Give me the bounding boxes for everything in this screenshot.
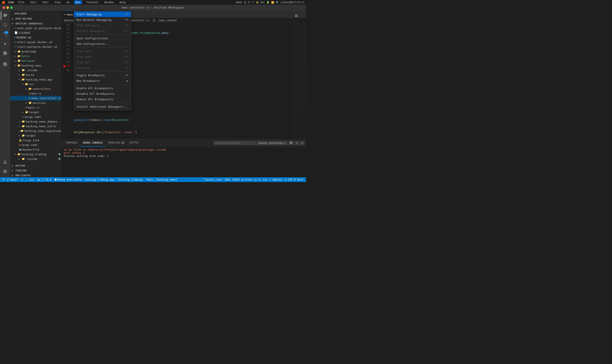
activity-extensions[interactable] (1, 49, 9, 57)
ln-col-status[interactable]: Ln 9, Col 2 (253, 177, 271, 182)
menu-enable-all-breakpoints[interactable]: Enable All Breakpoints (74, 85, 131, 91)
terminal-list-button[interactable] (288, 141, 294, 145)
menu-file[interactable]: File (17, 0, 26, 4)
folder-controllers[interactable]: ▼ 📂 controllers (10, 86, 61, 91)
menu-run[interactable]: Run (74, 0, 82, 4)
folder-icon: 📁 (25, 111, 28, 114)
menu-terminal[interactable]: Terminal (85, 0, 100, 4)
folder-vscode2[interactable]: ▶ 📁 .vscode (10, 156, 61, 161)
npm-scripts-title[interactable]: ▶ NPM SCRIPTS (10, 173, 61, 177)
terminal-tab[interactable]: TERMINAL (63, 139, 80, 147)
file-cargo-toml-app[interactable]: ⚙ Cargo.toml (10, 115, 61, 119)
folder-hello[interactable]: ▶ 📂 hello (10, 54, 61, 58)
menu-selection[interactable]: Edit (41, 0, 50, 4)
split-editor-button[interactable] (294, 13, 299, 18)
folder-vscode[interactable]: ▶ 📁 .vscode (10, 68, 61, 72)
menu-install-debuggers[interactable]: Install Additional Debuggers... (74, 104, 131, 109)
git-branch-status[interactable]: ⎇ main* (2, 177, 19, 182)
close-button[interactable] (2, 6, 5, 9)
rust-status[interactable]: Rust: [hacking_news] (146, 177, 178, 182)
problems-tab[interactable]: PROBLEMS 2 (106, 139, 127, 147)
file-icon: ⚙ (29, 92, 30, 95)
more-tabs-button[interactable]: ⋯ (300, 13, 304, 18)
menu-new-breakpoint[interactable]: New Breakpoint ▶ (74, 78, 131, 83)
file-exec-psql[interactable]: ⬡ exec-psql-in-postgres-docker.sh (10, 26, 61, 30)
folder-greetings[interactable]: ▶ 📁 greetings (10, 49, 61, 54)
activity-remote[interactable] (1, 60, 9, 68)
outline-title[interactable]: ▶ OUTLINE (10, 163, 61, 168)
file-start-mysql[interactable]: ⬡ start-mysql-docker.sh (10, 40, 61, 44)
file-cargo-toml[interactable]: ⚙ Cargo.toml (10, 143, 61, 147)
file-mod-rs[interactable]: ⚙ mod.rs (10, 91, 61, 96)
sidebar: EXPLORER ▶ OPEN EDITORS ▼ UNTITLED (WORK… (10, 11, 61, 177)
folder-hacking-news-domain[interactable]: ▶ 📁 hacking_news_domain (10, 119, 61, 124)
activity-accounts[interactable] (1, 158, 9, 166)
menu-run-without-debugging[interactable]: Run Without Debugging ⌃F5 (74, 17, 131, 23)
file-icon: 🐳 (19, 148, 22, 151)
terminal-close-button[interactable]: × (300, 141, 304, 145)
file-license[interactable]: 📄 LICENSE (10, 30, 61, 35)
file-main-rs[interactable]: ⚙ main.rs (10, 105, 61, 110)
folder-icon: 📁 (22, 120, 25, 123)
activity-source-control[interactable]: 15 (1, 30, 9, 39)
folder-helloext[interactable]: ▶ 📁 helloext (10, 58, 61, 63)
debug-label-status[interactable]: Debug executable 'hacking_trading_app' (… (54, 177, 144, 182)
folder-hacking-trading[interactable]: ▼ 📂 hacking_trading (10, 152, 61, 156)
menu-window[interactable]: Window (103, 0, 115, 4)
folder-hacking-news[interactable]: ▼ 📂 hacking_news (10, 63, 61, 68)
terminal-collapse-button[interactable]: ∧ (295, 141, 299, 145)
activity-settings[interactable] (1, 167, 9, 176)
menu-help[interactable]: Help (118, 0, 128, 4)
folder-icon: 📂 (17, 64, 21, 67)
menu-add-configuration[interactable]: Add Configuration... (74, 41, 131, 47)
activity-search[interactable] (1, 21, 9, 29)
sync-status[interactable]: ↺ (20, 177, 24, 182)
folder-hacking-news-migrations[interactable]: ▶ 📁 hacking_news_migrations (10, 129, 61, 133)
app-name[interactable]: Code (8, 1, 14, 4)
file-news-controller[interactable]: ⚙ news_controller.rs (10, 96, 61, 101)
errors-status[interactable]: ⚠ 1△1 (26, 177, 35, 182)
code-line: pub async fn index() -> impl Responder { (74, 118, 291, 122)
file-cargo-lock[interactable]: 🔒 Cargo.lock (10, 138, 61, 143)
terminal-filter-input[interactable] (213, 141, 256, 145)
system-info: 180字 ⓖ 中 🛡 🐝 99+ 🔋 📶 🔍 12月6日周日下午5:57 (235, 1, 304, 4)
minimize-button[interactable] (6, 6, 9, 9)
file-icon: 🔒 (19, 139, 22, 142)
timeline-title[interactable]: ▶ TIMELINE (10, 168, 61, 173)
file-info-status[interactable]: "launch.json" 102L 3164C written (202, 177, 253, 182)
activity-explorer[interactable] (1, 12, 9, 20)
folder-target[interactable]: ▶ 📁 target (10, 110, 61, 115)
open-editors-title[interactable]: ▶ OPEN EDITORS (10, 16, 61, 21)
menu-open-configurations[interactable]: Open Configurations (74, 36, 131, 41)
spaces-status[interactable]: Spaces: 4 (272, 177, 287, 182)
bc-fn[interactable]: {} _task_context (152, 19, 177, 22)
folder-services[interactable]: ▶ 📁 services (10, 101, 61, 105)
menu-start-debugging[interactable]: Start Debugging F5 (74, 12, 131, 17)
debug-console-tab[interactable]: DEBUG CONSOLE (80, 139, 106, 147)
folder-hacking-news-app[interactable]: ▼ 📂 hacking_news_app (10, 77, 61, 82)
lang-status[interactable]: Rust (296, 177, 304, 182)
go-version-status[interactable]: Go 1.15.4 (37, 177, 52, 182)
folder-target2[interactable]: ▶ 📁 target (10, 133, 61, 138)
maximize-button[interactable] (10, 6, 13, 9)
folder-icon: 📁 (22, 73, 25, 76)
menu-go[interactable]: Go (65, 0, 71, 4)
activity-run[interactable] (1, 39, 9, 48)
launch-config-dropdown[interactable]: Launch (greetings) ▾ (257, 141, 288, 145)
file-start-postgres[interactable]: ⬡ start-postgres-docker.sh (10, 44, 61, 49)
menu-view[interactable]: View (53, 0, 63, 4)
folder-hacking-news-infra[interactable]: ▶ 📁 hacking_news_infra (10, 124, 61, 129)
folder-icon: 📁 (28, 101, 32, 104)
file-readme[interactable]: ℹ README.md (10, 35, 61, 40)
menu-edit[interactable]: Edit (29, 0, 38, 4)
menu-disable-all-breakpoints[interactable]: Disable All Breakpoints (74, 91, 131, 96)
output-tab[interactable]: OUTPUT (127, 139, 141, 147)
folder-build[interactable]: ▶ 📁 build (10, 72, 61, 77)
modified-dot (59, 153, 60, 155)
encoding-status[interactable]: UTF-8 (287, 177, 296, 182)
folder-src[interactable]: ▼ 📂 src (10, 82, 61, 86)
file-dockerfile[interactable]: 🐳 Dockerfile (10, 147, 61, 152)
menu-toggle-breakpoint[interactable]: Toggle Breakpoint F9 (74, 72, 131, 78)
apple-icon[interactable]: 🍎 (2, 1, 5, 4)
menu-remove-all-breakpoints[interactable]: Remove All Breakpoints (74, 96, 131, 102)
